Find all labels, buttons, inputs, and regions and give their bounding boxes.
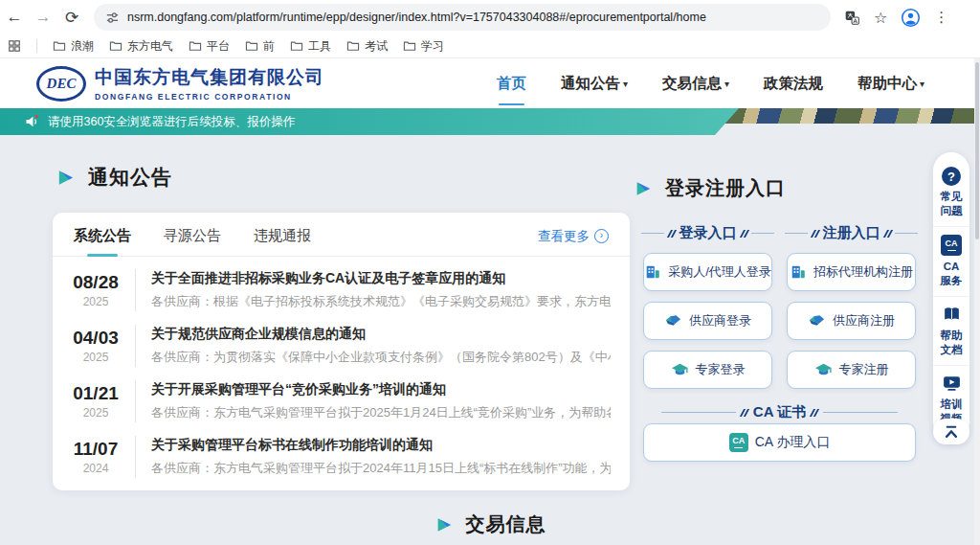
- back-to-top-button[interactable]: [933, 419, 969, 444]
- ca-apply-button[interactable]: CA CA 办理入口: [643, 423, 916, 462]
- chevron-down-icon: ▾: [623, 79, 628, 89]
- bookmark-label: 前: [263, 38, 275, 55]
- notice-title[interactable]: 关于采购管理平台标书在线制作功能培训的通知: [151, 437, 611, 454]
- notice-list-item[interactable]: 11/07 2024 关于采购管理平台标书在线制作功能培训的通知 各供应商：东方…: [53, 429, 630, 485]
- notice-date-year: 2024: [66, 462, 125, 475]
- bookmark-folder-tools[interactable]: 工具: [290, 38, 331, 55]
- folder-icon: [403, 40, 416, 52]
- tab-sourcing-notices[interactable]: 寻源公告: [164, 227, 221, 245]
- nav-home[interactable]: 首页: [497, 74, 526, 94]
- tab-violation-reports[interactable]: 违规通报: [254, 227, 311, 245]
- notices-section-title: 通知公告: [56, 164, 172, 191]
- reload-icon[interactable]: ⟳: [57, 8, 86, 28]
- translate-icon[interactable]: [844, 10, 860, 26]
- view-more-label: 查看更多: [538, 228, 590, 245]
- notice-title[interactable]: 关于规范供应商企业规模信息的通知: [151, 326, 611, 343]
- browser-menu-icon[interactable]: ⋮: [934, 9, 948, 26]
- bookmark-folder-exam[interactable]: 考试: [346, 38, 388, 55]
- button-label: CA 办理入口: [755, 434, 831, 451]
- bookmark-folder-front[interactable]: 前: [245, 38, 275, 55]
- button-label: 专家注册: [839, 361, 889, 378]
- supplier-login-button[interactable]: 供应商登录: [643, 302, 772, 340]
- notice-summary: 各供应商：东方电气采购管理平台拟于2024年11月15日上线“标书在线制作”功能…: [151, 460, 611, 477]
- notice-date-year: 2025: [66, 406, 125, 420]
- apps-grid-icon[interactable]: [8, 39, 21, 53]
- company-logo[interactable]: DEC 中国东方电气集团有限公司 DONGFANG ELECTRIC CORPO…: [36, 65, 324, 102]
- nav-trade-info[interactable]: 交易信息 ▾: [662, 74, 729, 94]
- bookmarks-separator: [36, 39, 37, 53]
- section-title-text: 通知公告: [88, 164, 172, 191]
- graduation-cap-icon: [814, 361, 833, 379]
- bookmark-folder-dongfang[interactable]: 东方电气: [109, 38, 173, 55]
- decor-slashes: [667, 230, 677, 238]
- divider: [895, 233, 918, 234]
- graduation-cap-icon: [671, 361, 689, 379]
- button-label: 采购人/代理人登录: [668, 263, 771, 281]
- bookmark-folder-study[interactable]: 学习: [403, 38, 444, 55]
- forward-icon[interactable]: →: [29, 8, 57, 27]
- back-to-top-icon: [943, 424, 960, 440]
- supplier-register-button[interactable]: 供应商注册: [787, 302, 916, 340]
- nav-policies[interactable]: 政策法规: [764, 74, 823, 94]
- notice-list-item[interactable]: 08/28 2025 关于全面推进非招标采购业务CA认证及电子签章应用的通知 各…: [53, 262, 630, 318]
- section-arrow-icon: [56, 168, 76, 188]
- building-icon: [790, 263, 807, 281]
- notice-title[interactable]: 关于全面推进非招标采购业务CA认证及电子签章应用的通知: [151, 270, 611, 287]
- bookmark-folder-platform[interactable]: 平台: [189, 38, 230, 55]
- folder-icon: [245, 40, 258, 52]
- login-group-header: 登录入口: [639, 224, 776, 242]
- faq-label: 常见问题: [939, 190, 964, 218]
- ca-badge-text: CA: [946, 239, 958, 248]
- register-group-label: 注册入口: [823, 224, 880, 242]
- back-icon[interactable]: ←: [0, 8, 29, 27]
- agency-register-button[interactable]: 招标代理机构注册: [787, 253, 916, 291]
- ca-badge-text: CA: [732, 437, 745, 445]
- divider: [785, 233, 808, 234]
- url-bar[interactable]: nsrm.dongfang.com/platform/runtime/epp/d…: [94, 4, 831, 31]
- help-docs-item[interactable]: 帮助文档: [933, 296, 969, 365]
- site-settings-icon[interactable]: [105, 11, 120, 25]
- nav-label: 通知公告: [561, 74, 620, 94]
- chevron-down-icon: ▾: [724, 79, 729, 89]
- building-icon: [644, 263, 661, 281]
- profile-avatar-icon[interactable]: [901, 8, 921, 28]
- url-text[interactable]: nsrm.dongfang.com/platform/runtime/epp/d…: [127, 11, 706, 24]
- nav-help-center[interactable]: 帮助中心 ▾: [858, 74, 924, 94]
- notice-list-item[interactable]: 04/03 2025 关于规范供应商企业规模信息的通知 各供应商：为贯彻落实《保…: [53, 318, 630, 374]
- notice-date-year: 2025: [66, 295, 125, 308]
- nav-notices[interactable]: 通知公告 ▾: [561, 74, 628, 94]
- bookmark-label: 工具: [308, 38, 331, 55]
- speaker-icon: [25, 114, 40, 129]
- register-group-header: 注册入口: [783, 224, 920, 242]
- ca-group-header: CA 证书: [643, 403, 916, 421]
- nav-label: 交易信息: [662, 74, 722, 94]
- folder-icon: [346, 40, 360, 52]
- notice-summary: 各供应商：为贯彻落实《保障中小企业款项支付条例》（国务院令第802号）及《中小企…: [151, 349, 611, 366]
- view-more-link[interactable]: 查看更多 ›: [538, 228, 609, 245]
- bookmark-star-icon[interactable]: ☆: [874, 9, 887, 27]
- bookmark-label: 浪潮: [71, 38, 94, 55]
- decor-slashes: [811, 230, 820, 238]
- button-label: 供应商登录: [689, 312, 751, 329]
- bookmark-folder-langchao[interactable]: 浪潮: [53, 38, 94, 55]
- tab-system-notices[interactable]: 系统公告: [74, 227, 131, 245]
- faq-item[interactable]: ? 常见问题: [933, 163, 969, 226]
- bookmark-label: 东方电气: [127, 38, 173, 55]
- bookmark-label: 平台: [207, 38, 230, 55]
- notice-summary: 各供应商：根据《电子招标投标系统技术规范》《电子采购交易规范》要求，东方电气采购…: [151, 293, 611, 310]
- purchaser-agent-login-button[interactable]: 采购人/代理人登录: [643, 253, 772, 291]
- decor-slashes: [739, 230, 748, 238]
- expert-login-button[interactable]: 专家登录: [643, 351, 772, 389]
- notice-list-item[interactable]: 01/21 2025 关于开展采购管理平台“竞价采购业务”培训的通知 各供应商：…: [53, 374, 630, 429]
- button-label: 招标代理机构注册: [813, 263, 913, 281]
- question-icon: ?: [942, 167, 961, 186]
- scrollbar-thumb[interactable]: [975, 62, 979, 239]
- site-header: DEC 中国东方电气集团有限公司 DONGFANG ELECTRIC CORPO…: [0, 58, 980, 108]
- notice-date-md: 04/03: [66, 328, 125, 349]
- notice-title[interactable]: 关于开展采购管理平台“竞价采购业务”培训的通知: [151, 381, 611, 398]
- ca-service-item[interactable]: CA CA服务: [933, 226, 969, 296]
- notice-date-md: 01/21: [66, 383, 125, 404]
- divider: [135, 325, 136, 367]
- scrollbar-track[interactable]: [974, 58, 980, 545]
- expert-register-button[interactable]: 专家注册: [787, 351, 916, 389]
